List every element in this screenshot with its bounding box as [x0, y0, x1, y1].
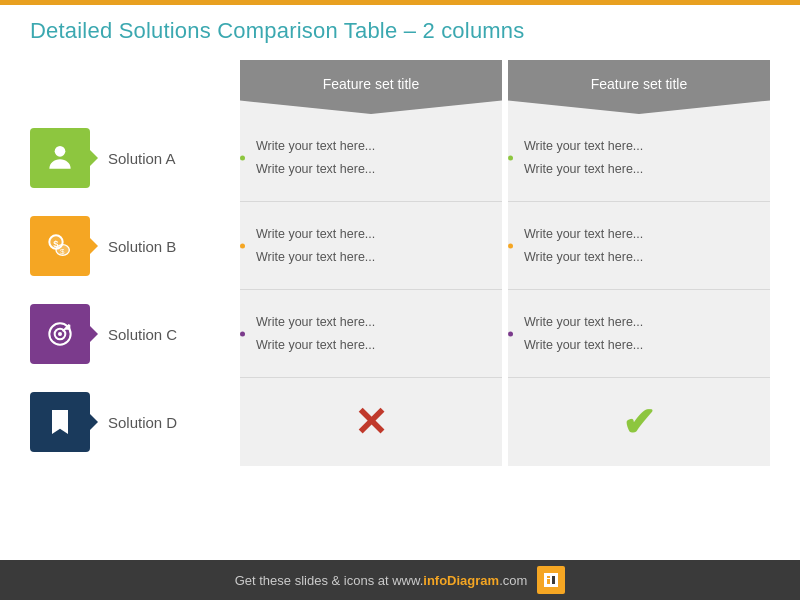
- footer: Get these slides & icons at www.infoDiag…: [0, 560, 800, 600]
- col1-cell-c-line2: Write your text here...: [256, 334, 486, 357]
- accent-dot-c: [240, 331, 245, 336]
- check-mark: ✔: [524, 386, 754, 458]
- bookmark-icon: [44, 406, 76, 438]
- col2-cell-a-line2: Write your text here...: [524, 158, 754, 181]
- person-icon: [44, 142, 76, 174]
- accent-dot-a: [240, 155, 245, 160]
- solution-c-icon: [30, 304, 90, 364]
- col2-cell-c-line1: Write your text here...: [524, 311, 754, 334]
- col1-cell-b: Write your text here... Write your text …: [240, 202, 502, 290]
- solution-row-d: Solution D: [30, 378, 240, 466]
- accent-dot-b: [240, 243, 245, 248]
- feature-col1-header: Feature set title: [240, 60, 502, 114]
- solution-a-label: Solution A: [108, 150, 176, 167]
- svg-text:$: $: [60, 247, 65, 256]
- main-content: Detailed Solutions Comparison Table – 2 …: [0, 0, 800, 476]
- svg-rect-12: [552, 576, 555, 584]
- col1-cell-a-line2: Write your text here...: [256, 158, 486, 181]
- col1-cell-d: ✕: [240, 378, 502, 466]
- solution-b-icon: $ $: [30, 216, 90, 276]
- feature-col1-title: Feature set title: [323, 76, 420, 92]
- target-icon: [44, 318, 76, 350]
- svg-rect-11: [547, 576, 550, 578]
- feature-col2-header: Feature set title: [508, 60, 770, 114]
- feature-col2-title: Feature set title: [591, 76, 688, 92]
- solution-row-b: $ $ Solution B: [30, 202, 240, 290]
- footer-brand: infoDiagram: [423, 573, 499, 588]
- col1-cell-b-line2: Write your text here...: [256, 246, 486, 269]
- feature-column-1: Feature set title Write your text here..…: [240, 60, 502, 466]
- cross-mark: ✕: [256, 386, 486, 458]
- col2-cell-b: Write your text here... Write your text …: [508, 202, 770, 290]
- comparison-table: Solution A $ $ Solution B: [30, 60, 770, 466]
- footer-logo-inner: [544, 573, 558, 587]
- footer-logo-svg: [546, 575, 556, 585]
- coins-icon: $ $: [44, 230, 76, 262]
- col1-cell-a: Write your text here... Write your text …: [240, 114, 502, 202]
- col2-cell-b-line2: Write your text here...: [524, 246, 754, 269]
- svg-rect-10: [547, 579, 550, 584]
- solution-d-label: Solution D: [108, 414, 177, 431]
- col1-cell-c-line1: Write your text here...: [256, 311, 486, 334]
- solution-d-icon: [30, 392, 90, 452]
- col2-cell-a-line1: Write your text here...: [524, 135, 754, 158]
- col2-cell-b-line1: Write your text here...: [524, 223, 754, 246]
- solution-row-c: Solution C: [30, 290, 240, 378]
- col2-cell-c: Write your text here... Write your text …: [508, 290, 770, 378]
- solution-c-label: Solution C: [108, 326, 177, 343]
- page-title: Detailed Solutions Comparison Table – 2 …: [30, 18, 770, 44]
- feature-columns: Feature set title Write your text here..…: [240, 60, 770, 466]
- svg-point-0: [55, 146, 66, 157]
- solutions-column: Solution A $ $ Solution B: [30, 114, 240, 466]
- solution-b-label: Solution B: [108, 238, 176, 255]
- col1-cell-b-line1: Write your text here...: [256, 223, 486, 246]
- footer-logo-icon: [537, 566, 565, 594]
- footer-text: Get these slides & icons at www.infoDiag…: [235, 573, 528, 588]
- col1-cell-c: Write your text here... Write your text …: [240, 290, 502, 378]
- accent-dot2-b: [508, 243, 513, 248]
- solution-row-a: Solution A: [30, 114, 240, 202]
- feature-col2-body: Write your text here... Write your text …: [508, 114, 770, 466]
- col2-cell-d: ✔: [508, 378, 770, 466]
- feature-col1-body: Write your text here... Write your text …: [240, 114, 502, 466]
- svg-point-8: [58, 332, 62, 336]
- accent-dot2-c: [508, 331, 513, 336]
- col2-cell-a: Write your text here... Write your text …: [508, 114, 770, 202]
- feature-column-2: Feature set title Write your text here..…: [508, 60, 770, 466]
- accent-dot2-a: [508, 155, 513, 160]
- col2-cell-c-line2: Write your text here...: [524, 334, 754, 357]
- solution-a-icon: [30, 128, 90, 188]
- col1-cell-a-line1: Write your text here...: [256, 135, 486, 158]
